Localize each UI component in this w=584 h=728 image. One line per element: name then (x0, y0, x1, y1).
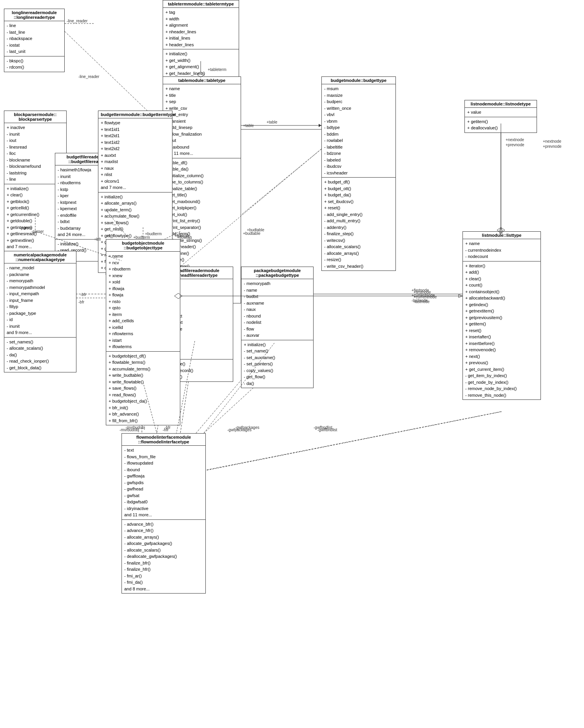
budgettermmodule-title: budgettermmodule::budgettermtype (98, 111, 172, 118)
label-gwfbndlist: -gwfbndlist (314, 425, 332, 430)
budgetmodule-fields: - msum - maxsize - budperc - written_onc… (322, 84, 395, 178)
flowmodelinterface-methods: - advance_bfr() - advance_hfr() - alloca… (122, 520, 205, 594)
listnodemodule-methods: + getitem() + deallocvalue() (465, 117, 537, 133)
packagebudgetmodule-title: packagebudgetmodule::packagebudgettype (241, 267, 313, 279)
svg-marker-44 (459, 294, 462, 298)
label-currentnode: +currentnode (412, 293, 435, 298)
numericalpackagemodule-fields: - name_model - packname - memorypath - m… (4, 263, 76, 338)
listmodule-box: listmodule::listtype + name - currentnod… (462, 231, 541, 400)
budgetmodule-methods: + budget_df() + budget_ott() + budget_da… (322, 178, 395, 271)
label-table: +table (243, 123, 254, 128)
svg-text:+nextnode: +nextnode (506, 138, 524, 142)
packagebudgetmodule-fields: - memorypath - name - budtxt - auxname -… (241, 279, 313, 340)
label-prevnode: +prevnode (543, 144, 562, 149)
label-budterm: +budterm (133, 235, 150, 240)
longlinereader-box: longlinereadermodule ::longlinereadertyp… (4, 9, 65, 72)
listnodemodule-box: listnodemodule::listnodetype + value + g… (464, 100, 537, 133)
flowmodelinterface-fields: - text - flows_from_file - iflowsupdated… (122, 446, 205, 520)
label-parser: -parser (31, 229, 44, 234)
budgetobjectmodule-methods: + budgetobject_df() + flowtable_terms() … (106, 352, 180, 425)
diamond-connector (197, 72, 205, 77)
label-lastnode: -lastnode (412, 298, 428, 303)
numericalpackagemodule-methods: - set_names() - allocate_scalars() - da(… (4, 338, 76, 372)
listmodule-fields: + name - currentnodeindex - nodecount (463, 239, 540, 261)
longlinereader-fields: - line - last_line - nbackspace - iostat… (4, 21, 64, 56)
longlinereader-methods: - bkspc() - rdcom() (4, 56, 64, 72)
svg-line-57 (206, 412, 502, 470)
label-hfr: -hfr (165, 425, 170, 430)
label-bfr: +bfr (94, 237, 101, 241)
packagebudgetmodule-methods: + initialize() - set_name() - set_auxnam… (241, 340, 313, 388)
svg-marker-20 (197, 72, 205, 77)
budgetmodule-title: budgetmodule::budgettype (322, 77, 395, 84)
label-line-reader: -line_reader (78, 74, 99, 79)
numericalpackagemodule-box: numericalpackagemodule::numericalpackage… (4, 251, 76, 372)
budgetmodule-box: budgetmodule::budgettype - msum - maxsiz… (321, 76, 396, 271)
label-mvrbudobj: -mvrbudobj (125, 425, 145, 430)
numericalpackagemodule-title: numericalpackagemodule::numericalpackage… (4, 251, 76, 263)
label-firstnode: +firstnode (412, 288, 429, 292)
longlinereader-title: longlinereadermodule ::longlinereadertyp… (4, 9, 64, 21)
budgetobjectmodule-title: budgetobjectmodule::budgetobjecttype (106, 240, 180, 252)
packagebudgetmodule-box: packagebudgetmodule::packagebudgettype -… (241, 267, 314, 388)
svg-text:-bfr: -bfr (80, 292, 87, 297)
budgettermmodule-fields: + flowtype + text1id1 + text2id1 + text1… (98, 118, 172, 192)
flowmodelinterface-title: flowmodelinterfacemodule::flowmodelinter… (122, 434, 205, 446)
diamond-connector2 (497, 227, 505, 233)
tablemodule-fields: + name + title + sep + write_csv + first… (163, 84, 241, 158)
svg-line-18 (204, 412, 501, 470)
label-nextnode: +nextnode (543, 139, 561, 143)
svg-marker-21 (497, 227, 505, 233)
tabletermmodule-fields: + tag + width + alignment + nheader_line… (163, 8, 239, 49)
tablemodule-title: tablemodule::tabletype (163, 77, 241, 84)
listmodule-methods: + iterator() + add() + clear() + count()… (463, 261, 540, 400)
budgetobjectmodule-fields: + name + ncv + nbudterm + xnew + xold + … (106, 252, 180, 352)
svg-marker-26 (319, 124, 321, 127)
label-bfr2: -bfr (78, 300, 84, 304)
listnodemodule-title: listnodemodule::listnodetype (465, 100, 537, 108)
svg-text:-line_reader: -line_reader (67, 19, 88, 23)
listnodemodule-fields: + value (465, 108, 537, 117)
svg-text:+prevnode: +prevnode (506, 143, 524, 147)
tabletermmodule-title: tabletermmodule::tabletermtype (163, 0, 239, 8)
label-flowtab: +flowtab (177, 235, 192, 240)
budgetobjectmodule-box: budgetobjectmodule::budgetobjecttype + n… (106, 239, 180, 425)
svg-text:+table: +table (267, 120, 277, 124)
blockparsermodule-title: blockparsermodule::blockparsertype (4, 111, 66, 123)
flowmodelinterface-box: flowmodelinterfacemodule::flowmodelinter… (122, 433, 206, 594)
label-gwfpackages: -gwfpackages (235, 425, 259, 430)
label-budtable: +budtable (243, 231, 260, 236)
label-tableterm: +tableterm (208, 67, 227, 72)
diagram-container: longlinereadermodule ::longlinereadertyp… (0, 0, 584, 728)
